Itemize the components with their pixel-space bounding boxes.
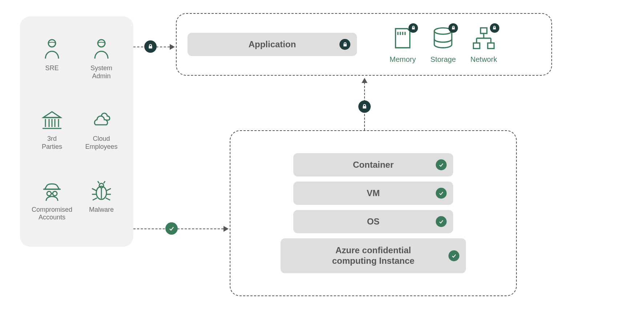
svg-rect-31 (488, 43, 494, 48)
actor-compromised-accounts: Compromised Accounts (27, 180, 77, 236)
svg-line-22 (106, 198, 110, 200)
clouds-icon (90, 109, 113, 132)
svg-rect-29 (480, 28, 487, 33)
svg-line-15 (98, 181, 99, 183)
actor-label: System Admin (90, 64, 112, 80)
svg-point-11 (53, 191, 57, 196)
actor-label: 3rd Parties (42, 135, 62, 151)
actor-label: Compromised Accounts (32, 206, 72, 222)
stack-vm-row: VM (293, 182, 453, 205)
actor-cloud-employees: Cloud Employees (77, 109, 126, 165)
actor-label: SRE (45, 64, 59, 72)
stack-label: Azure confidential computing Instance (332, 245, 415, 266)
actors-panel: SRE System Admin 3rd Parties Cloud Emplo… (20, 16, 133, 247)
arrowhead-icon (224, 226, 229, 232)
svg-point-14 (99, 183, 104, 188)
resource-memory: Memory (390, 25, 416, 64)
check-icon (448, 250, 459, 261)
application-container: Application Memory Storage Network (176, 13, 552, 76)
lock-icon (144, 40, 157, 53)
resource-label: Network (470, 55, 497, 64)
person-icon (40, 38, 64, 61)
stack-container: Container VM OS Azure confidential compu… (230, 130, 517, 296)
lock-icon (490, 23, 499, 33)
check-icon (436, 188, 447, 199)
actor-label: Malware (89, 206, 114, 214)
stack-instance-row: Azure confidential computing Instance (281, 238, 466, 273)
stack-container-row: Container (293, 153, 453, 176)
svg-rect-30 (474, 43, 480, 48)
actor-label: Cloud Employees (85, 135, 117, 151)
svg-point-10 (47, 191, 51, 196)
lock-icon (408, 23, 418, 33)
resource-label: Storage (430, 55, 456, 64)
lock-icon (339, 39, 350, 50)
actor-system-admin: System Admin (77, 38, 126, 94)
check-icon (436, 159, 447, 170)
svg-line-17 (92, 188, 96, 191)
lock-icon (358, 100, 371, 113)
svg-point-1 (98, 40, 105, 47)
application-label: Application (249, 39, 296, 49)
arrowhead-icon (170, 44, 175, 50)
svg-point-0 (48, 40, 56, 47)
spy-icon (40, 180, 64, 203)
stack-label: VM (367, 188, 380, 199)
actor-sre: SRE (27, 38, 77, 94)
application-pill: Application (188, 33, 357, 56)
resource-network: Network (470, 25, 497, 64)
stack-label: Container (353, 160, 394, 170)
resource-storage: Storage (430, 25, 456, 64)
svg-line-16 (104, 181, 105, 183)
svg-line-21 (93, 198, 97, 200)
arrowhead-icon (362, 78, 367, 83)
actor-third-parties: 3rd Parties (27, 109, 77, 165)
svg-line-18 (106, 188, 111, 191)
lock-icon (448, 23, 458, 33)
bank-icon (40, 109, 64, 132)
actor-malware: Malware (77, 180, 126, 236)
arrow-actors-to-stack (133, 228, 224, 229)
stack-os-row: OS (293, 210, 453, 233)
bug-icon (90, 180, 113, 203)
stack-label: OS (367, 216, 380, 227)
check-icon (165, 222, 178, 235)
person-icon (90, 38, 113, 61)
resource-label: Memory (390, 55, 416, 64)
check-icon (436, 216, 447, 227)
